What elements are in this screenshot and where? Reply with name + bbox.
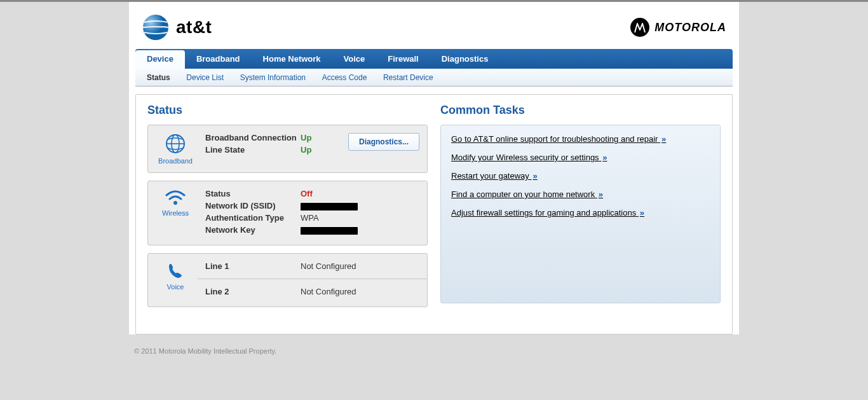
subnav-access-code[interactable]: Access Code — [322, 73, 367, 82]
motorola-logo: MOTOROLA — [630, 18, 726, 37]
broadband-conn-label: Broadband Connection — [205, 133, 301, 142]
tab-firewall[interactable]: Firewall — [376, 49, 430, 69]
wireless-status-label: Status — [205, 189, 301, 198]
phone-icon — [166, 261, 185, 280]
chevron-right-icon: » — [661, 134, 666, 144]
footer-copyright: © 2011 Motorola Mobility Intellectual Pr… — [129, 347, 739, 355]
divider — [198, 279, 427, 279]
ssid-value — [301, 201, 419, 210]
tab-diagnostics[interactable]: Diagnostics — [430, 49, 500, 69]
network-key-value — [301, 225, 419, 235]
top-nav: Device Broadband Home Network Voice Fire… — [135, 49, 733, 69]
status-heading: Status — [147, 104, 428, 117]
wireless-panel: Wireless StatusOff Network ID (SSID) Aut… — [147, 181, 428, 245]
common-tasks-heading: Common Tasks — [440, 104, 721, 117]
broadband-panel: Broadband Broadband ConnectionUp Line St… — [147, 125, 428, 173]
subnav-system-information[interactable]: System Information — [240, 73, 306, 82]
wifi-icon — [165, 189, 186, 207]
tab-device[interactable]: Device — [135, 50, 185, 69]
chevron-right-icon: » — [640, 208, 644, 217]
diagnostics-button[interactable]: Diagnostics... — [348, 133, 419, 151]
line1-value: Not Configured — [301, 261, 419, 271]
common-tasks-panel: Go to AT&T online support for troublesho… — [440, 125, 721, 303]
wireless-status-value: Off — [301, 189, 419, 198]
line2-value: Not Configured — [301, 287, 419, 296]
broadband-icon-label: Broadband — [158, 157, 193, 165]
auth-type-value: WPA — [301, 213, 419, 223]
svg-point-4 — [173, 201, 177, 205]
network-key-label: Network Key — [205, 225, 301, 235]
subnav-status[interactable]: Status — [147, 73, 170, 82]
tab-voice[interactable]: Voice — [332, 49, 377, 69]
task-link-find-computer[interactable]: Find a computer on your home network » — [451, 190, 710, 199]
auth-type-label: Authentication Type — [205, 213, 301, 223]
wireless-icon-label: Wireless — [162, 209, 189, 217]
chevron-right-icon: » — [602, 153, 607, 162]
voice-panel: Voice Line 1Not Configured Line 2Not Con… — [147, 253, 428, 307]
sub-nav: Status Device List System Information Ac… — [135, 69, 733, 86]
ssid-label: Network ID (SSID) — [205, 201, 301, 210]
motorola-brand-text: MOTOROLA — [654, 21, 726, 34]
chevron-right-icon: » — [599, 190, 603, 199]
task-link-support[interactable]: Go to AT&T online support for troublesho… — [451, 134, 710, 144]
voice-icon-label: Voice — [167, 283, 184, 291]
subnav-restart-device[interactable]: Restart Device — [383, 73, 433, 82]
motorola-badge-icon — [630, 18, 649, 37]
att-brand-text: at&t — [176, 17, 212, 38]
line-state-label: Line State — [205, 145, 301, 155]
tab-home-network[interactable]: Home Network — [252, 49, 332, 69]
line1-label: Line 1 — [205, 261, 301, 271]
tab-broadband[interactable]: Broadband — [185, 49, 252, 69]
att-globe-icon — [142, 13, 170, 41]
task-link-wireless-settings[interactable]: Modify your Wireless security or setting… — [451, 153, 710, 162]
header: at&t MOTOROLA — [129, 2, 739, 49]
task-link-firewall-settings[interactable]: Adjust firewall settings for gaming and … — [451, 208, 710, 217]
chevron-right-icon: » — [532, 171, 537, 181]
line2-label: Line 2 — [205, 287, 301, 296]
att-logo: at&t — [142, 13, 212, 41]
globe-icon — [165, 133, 186, 155]
task-link-restart-gateway[interactable]: Restart your gateway » — [451, 171, 710, 181]
subnav-device-list[interactable]: Device List — [186, 73, 224, 82]
